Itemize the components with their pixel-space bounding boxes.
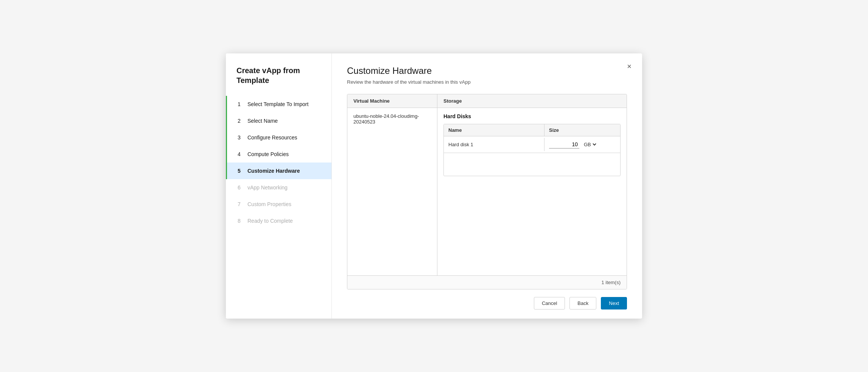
sidebar-step-3[interactable]: 3Configure Resources bbox=[226, 129, 331, 146]
disk-unit-select[interactable]: GB TB MB bbox=[582, 141, 597, 148]
step-number: 3 bbox=[238, 134, 244, 141]
disk-size-input[interactable] bbox=[549, 141, 579, 148]
step-label: Compute Policies bbox=[247, 151, 289, 157]
step-label: Select Template To Import bbox=[247, 101, 308, 107]
disk-table: Name Size Hard disk 1 GB TB MB bbox=[443, 124, 621, 176]
main-subtitle: Review the hardware of the virtual machi… bbox=[347, 79, 627, 85]
table-footer: 1 item(s) bbox=[347, 275, 627, 289]
step-label: Configure Resources bbox=[247, 134, 297, 141]
col-virtual-machine: Virtual Machine bbox=[347, 94, 437, 108]
next-button[interactable]: Next bbox=[601, 297, 627, 309]
disk-size-cell: GB TB MB bbox=[544, 138, 620, 152]
item-count: 1 item(s) bbox=[601, 280, 621, 285]
close-button[interactable]: × bbox=[625, 61, 633, 72]
steps-list: 1Select Template To Import2Select Name3C… bbox=[226, 96, 331, 229]
sidebar: Create vApp from Template 1Select Templa… bbox=[226, 53, 332, 319]
disk-name: Hard disk 1 bbox=[444, 138, 544, 151]
disk-table-header: Name Size bbox=[444, 124, 620, 136]
col-storage: Storage bbox=[437, 94, 627, 108]
create-vapp-dialog: Create vApp from Template 1Select Templa… bbox=[226, 53, 642, 319]
disk-col-size: Size bbox=[544, 124, 620, 136]
storage-cell: Hard Disks Name Size Hard disk 1 GB bbox=[437, 108, 627, 275]
step-number: 5 bbox=[238, 168, 244, 174]
dialog-footer: Cancel Back Next bbox=[347, 289, 627, 309]
dialog-title: Create vApp from Template bbox=[226, 66, 331, 96]
step-label: Ready to Complete bbox=[247, 218, 293, 224]
cancel-button[interactable]: Cancel bbox=[534, 297, 565, 309]
step-number: 1 bbox=[238, 101, 244, 107]
disk-row: Hard disk 1 GB TB MB bbox=[444, 136, 620, 153]
step-number: 6 bbox=[238, 184, 244, 191]
main-content: × Customize Hardware Review the hardware… bbox=[332, 53, 642, 319]
back-button[interactable]: Back bbox=[569, 297, 596, 309]
sidebar-step-2[interactable]: 2Select Name bbox=[226, 113, 331, 129]
vm-name-cell: ubuntu-noble-24.04-cloudimg-20240523 bbox=[347, 108, 437, 275]
sidebar-step-1[interactable]: 1Select Template To Import bbox=[226, 96, 331, 113]
main-title: Customize Hardware bbox=[347, 66, 627, 76]
sidebar-step-6: 6vApp Networking bbox=[226, 179, 331, 196]
table-body: ubuntu-noble-24.04-cloudimg-20240523 Har… bbox=[347, 108, 627, 275]
sidebar-step-8: 8Ready to Complete bbox=[226, 213, 331, 229]
step-number: 2 bbox=[238, 118, 244, 124]
hard-disks-title: Hard Disks bbox=[443, 113, 621, 119]
sidebar-step-5[interactable]: 5Customize Hardware bbox=[226, 163, 331, 179]
step-label: Customize Hardware bbox=[247, 168, 300, 174]
table-header: Virtual Machine Storage bbox=[347, 94, 627, 108]
disk-empty-row bbox=[444, 153, 620, 176]
step-label: Custom Properties bbox=[247, 201, 291, 207]
step-number: 7 bbox=[238, 201, 244, 207]
step-label: vApp Networking bbox=[247, 184, 288, 191]
step-number: 8 bbox=[238, 218, 244, 224]
sidebar-step-7: 7Custom Properties bbox=[226, 196, 331, 213]
sidebar-step-4[interactable]: 4Compute Policies bbox=[226, 146, 331, 163]
hardware-table: Virtual Machine Storage ubuntu-noble-24.… bbox=[347, 94, 627, 289]
disk-col-name: Name bbox=[444, 124, 544, 136]
step-number: 4 bbox=[238, 151, 244, 157]
step-label: Select Name bbox=[247, 118, 278, 124]
